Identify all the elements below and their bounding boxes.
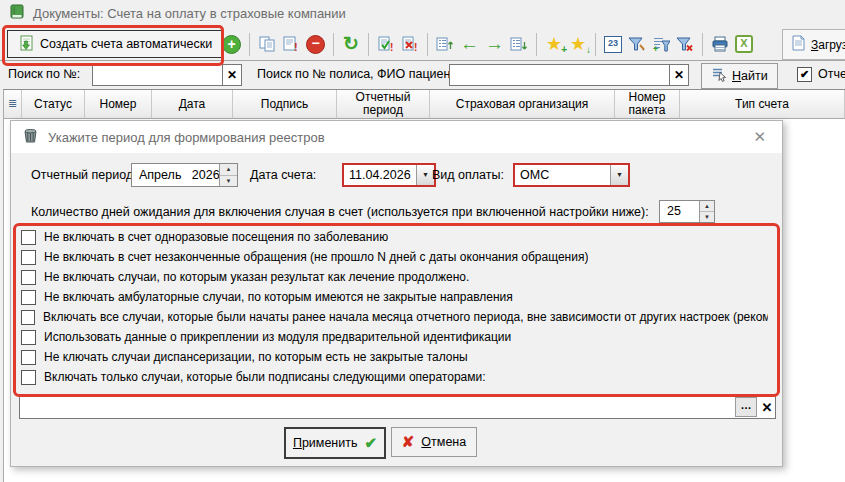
prev-arrow-icon[interactable]: ← — [460, 34, 479, 54]
spinner-arrows-icon[interactable]: ▲▼ — [699, 201, 714, 222]
copy-icon[interactable] — [258, 34, 276, 54]
unsign-document-icon[interactable]: ! — [401, 34, 419, 54]
excel-export-icon[interactable]: X — [735, 34, 753, 54]
svg-text:!: ! — [414, 42, 417, 52]
invoice-date-value: 11.04.2026 — [344, 165, 416, 185]
separator — [249, 33, 250, 56]
filter-list-icon[interactable]: + — [652, 34, 670, 54]
cancel-button[interactable]: ✘ Отмена — [391, 427, 477, 457]
checkbox-label: Использовать данные о прикреплении из мо… — [44, 330, 511, 344]
basket-icon — [23, 128, 38, 146]
dialog-checkbox-row: Не включать в счет незаконченные обращен… — [21, 247, 768, 267]
separator — [368, 33, 369, 56]
load-button-label: Загрузить — [811, 38, 845, 52]
find-button-label: Найти — [732, 69, 768, 83]
calendar-icon[interactable]: 23 — [604, 34, 622, 54]
separator — [536, 33, 537, 56]
separator — [595, 33, 596, 56]
dialog-checkbox-row: Включать все случаи, которые были начаты… — [21, 307, 768, 327]
checkbox-label: Не включать случаи, по которым указан ре… — [44, 270, 469, 284]
operators-input[interactable] — [20, 397, 735, 417]
column-header[interactable]: Отчетный период — [337, 90, 430, 119]
find-button[interactable]: Найти — [701, 63, 778, 89]
invoice-date-label: Дата счета: — [250, 168, 316, 182]
application-window: Документы: Счета на оплату в страховые к… — [0, 0, 845, 482]
filter-custom-icon[interactable] — [628, 34, 646, 54]
toolbar: Создать счета автоматически + ! − ↻ ! ! … — [0, 27, 845, 61]
report-period-spinner[interactable]: Апрель 2026 ▲▼ — [131, 163, 238, 187]
column-header[interactable]: Страховая организация — [430, 90, 615, 119]
clear-policy-icon[interactable]: ✕ — [669, 64, 689, 86]
sign-document-icon[interactable]: ! — [377, 34, 395, 54]
payment-type-value: ОМС — [515, 165, 610, 185]
list-icon: ≣ — [8, 98, 17, 110]
checkbox[interactable] — [21, 350, 36, 365]
dialog-checkbox-list: Не включать в счет одноразовые посещения… — [21, 227, 768, 387]
column-header[interactable]: Тип счета — [680, 90, 845, 119]
payment-type-label: Вид оплаты: — [432, 168, 504, 182]
svg-text:!: ! — [294, 41, 298, 52]
dialog-title: Укажите период для формирования реестров — [48, 130, 325, 145]
apply-button-label: Применить — [293, 436, 358, 450]
svg-text:!: ! — [390, 42, 393, 52]
separator — [702, 33, 703, 56]
checkbox[interactable] — [21, 230, 36, 245]
checkbox[interactable] — [21, 310, 35, 325]
group-up-icon[interactable] — [436, 34, 454, 54]
checkbox[interactable] — [21, 330, 36, 345]
load-document-icon — [791, 35, 806, 54]
checkbox-label: Не включать амбулаторные случаи, по кото… — [44, 290, 513, 304]
invoice-date-combobox[interactable]: 11.04.2026 ▼ — [342, 163, 436, 187]
create-invoice-icon — [18, 35, 34, 54]
load-button[interactable]: Загрузить — [782, 29, 845, 60]
checkbox-label: Не ключать случаи диспансеризации, по ко… — [44, 350, 468, 364]
search-number-label: Поиск по №: — [8, 67, 80, 81]
waiting-days-spinner[interactable]: 25 ▲▼ — [659, 200, 715, 223]
search-policy-input[interactable] — [449, 64, 675, 86]
edit-document-icon[interactable]: ! — [282, 34, 300, 54]
checkbox-label: Включать только случаи, которые были под… — [44, 370, 486, 384]
payment-type-combobox[interactable]: ОМС ▼ — [513, 163, 630, 187]
delete-icon[interactable]: − — [306, 34, 325, 54]
add-icon[interactable]: + — [222, 34, 241, 54]
column-header[interactable]: Подпись — [233, 90, 337, 119]
separator — [427, 33, 428, 56]
refresh-icon[interactable]: ↻ — [342, 34, 360, 54]
spinner-arrows-icon[interactable]: ▲▼ — [219, 164, 237, 186]
apply-button[interactable]: Применить ✔ — [284, 427, 386, 459]
star-add-icon[interactable]: ★+ — [545, 34, 563, 54]
waiting-days-value: 25 — [660, 201, 699, 222]
print-icon[interactable] — [711, 34, 729, 54]
checkbox-label: Не включать в счет незаконченные обращен… — [44, 250, 588, 264]
checkbox[interactable] — [21, 270, 36, 285]
column-header[interactable]: Статус — [22, 90, 85, 119]
create-invoices-label: Создать счета автоматически — [40, 37, 212, 51]
table-header-icon-cell[interactable]: ≣ — [4, 90, 22, 119]
clear-operators-icon[interactable]: ✕ — [759, 400, 775, 415]
group-down-icon[interactable] — [510, 34, 528, 54]
create-invoices-button[interactable]: Создать счета автоматически — [7, 30, 223, 58]
search-number-input[interactable] — [92, 64, 228, 86]
next-arrow-icon[interactable]: → — [485, 34, 504, 54]
dialog-titlebar[interactable]: Укажите период для формирования реестров… — [11, 121, 782, 153]
dialog-checkbox-row: Включать только случаи, которые были под… — [21, 367, 768, 387]
clear-number-icon[interactable]: ✕ — [222, 64, 242, 86]
reporting-checkbox[interactable]: ✔ — [797, 67, 812, 82]
chevron-down-icon[interactable]: ▼ — [610, 165, 628, 185]
checkbox[interactable] — [21, 290, 36, 305]
column-header[interactable]: Номер пакета — [615, 90, 680, 119]
window-titlebar: Документы: Счета на оплату в страховые к… — [0, 0, 845, 27]
table-header-row: ≣СтатусНомерДатаПодписьОтчетный периодСт… — [3, 89, 845, 119]
column-header[interactable]: Номер — [85, 90, 152, 119]
search-policy-label: Поиск по № полиса, ФИО пациента: — [257, 67, 466, 81]
dialog-checkbox-row: Не ключать случаи диспансеризации, по ко… — [21, 347, 768, 367]
column-header[interactable]: Дата — [152, 90, 233, 119]
star-download-icon[interactable]: ★↓ — [569, 34, 587, 54]
checkbox[interactable] — [21, 250, 36, 265]
close-icon[interactable]: ✕ — [749, 128, 770, 146]
ellipsis-icon[interactable]: … — [735, 397, 757, 417]
operators-field[interactable]: … ✕ — [19, 395, 776, 419]
checkbox-label: Включать все случаи, которые были начаты… — [43, 310, 768, 324]
checkbox[interactable] — [21, 370, 36, 385]
filter-clear-icon[interactable] — [676, 34, 694, 54]
